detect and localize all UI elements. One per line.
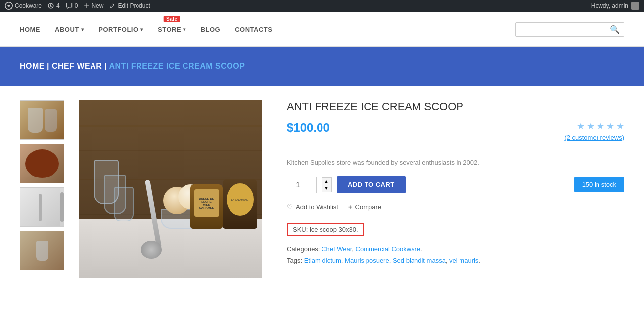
nav-store[interactable]: Sale STORE ▾ [158,26,186,33]
reviews-link[interactable]: (2 customer reviews) [564,134,624,141]
compare-button[interactable]: + Compare [348,203,381,211]
star-3: ★ [597,121,604,132]
breadcrumb-home[interactable]: HOME [20,62,45,70]
breadcrumb-product: ANTI FREEZE ICE CREAM SCOOP [109,62,245,70]
admin-bar-comments[interactable]: 0 [66,2,78,9]
product-thumbnails [20,100,64,278]
tag-mauris-posuere[interactable]: Mauris posuere [345,257,389,264]
product-info: ANTI FREEZE ICE CREAM SCOOP ★ ★ ★ ★ ★ (2… [277,100,624,278]
nav-about[interactable]: ABOUT ▾ [55,26,84,33]
category-chef-wear[interactable]: Chef Wear [322,245,352,253]
nav-contacts[interactable]: CONTACTS [235,26,272,33]
tags-row: Tags: Etiam dictum, Mauris posuere, Sed … [287,257,624,264]
product-title: ANTI FREEZE ICE CREAM SCOOP [287,100,624,113]
quantity-down-button[interactable]: ▼ [322,185,331,192]
thumbnail-2[interactable] [20,144,64,183]
add-to-wishlist-button[interactable]: ♡ Add to Wishlist [287,203,338,211]
admin-bar: Cookware 4 0 New Edit Product Howdy, adm… [0,0,644,12]
main-nav: HOME ABOUT ▾ PORTFOLIO ▾ Sale STORE ▾ BL… [20,26,515,33]
site-header: HOME ABOUT ▾ PORTFOLIO ▾ Sale STORE ▾ BL… [0,12,644,47]
sku-row: SKU: ice scoop 30x30. [287,223,364,236]
store-chevron-icon: ▾ [183,27,186,32]
wishlist-row: ♡ Add to Wishlist + Compare [287,203,624,211]
breadcrumb-sep1: | [47,62,52,70]
admin-bar-howdy: Howdy, admin [591,2,639,10]
category-commercial-cookware[interactable]: Commercial Cookware [356,245,420,253]
thumbnail-3[interactable] [20,187,64,227]
thumbnail-1[interactable] [20,100,64,140]
admin-bar-new[interactable]: New [84,2,103,9]
nav-portfolio[interactable]: PORTFOLIO ▾ [98,26,143,33]
search-icon[interactable]: 🔍 [610,25,620,34]
heart-icon: ♡ [287,203,293,211]
add-to-cart-row: ▲ ▼ ADD TO CART 150 in stock [287,176,624,193]
search-box: 🔍 [515,22,624,37]
search-input[interactable] [520,26,610,33]
star-5: ★ [616,121,624,132]
product-description: Kitchen Supplies store was founded by se… [287,159,624,166]
product-area: DULCE DELECHEMILKCARAMEL LA SALAMANC ANT… [0,86,644,293]
product-price: $100.00 [287,121,624,134]
breadcrumb-chef-wear[interactable]: CHEF WEAR [52,62,102,70]
tag-sed-blandit[interactable]: Sed blandit massa [393,257,446,264]
breadcrumb: HOME | CHEF WEAR | ANTI FREEZE ICE CREAM… [20,62,624,71]
stock-badge: 150 in stock [574,177,624,192]
admin-bar-site[interactable]: Cookware [5,2,42,10]
categories-row: Categories: Chef Wear, Commercial Cookwa… [287,245,624,253]
sale-badge: Sale [164,16,180,22]
about-chevron-icon: ▾ [81,27,84,32]
tag-vel-mauris[interactable]: vel mauris [449,257,478,264]
main-product-image: DULCE DELECHEMILKCARAMEL LA SALAMANC [79,100,262,278]
portfolio-chevron-icon: ▾ [140,27,143,32]
star-2: ★ [587,121,595,132]
star-1: ★ [577,121,585,132]
admin-avatar [631,2,639,10]
breadcrumb-sep2: | [104,62,109,70]
plus-icon: + [348,203,352,211]
quantity-up-button[interactable]: ▲ [322,178,331,185]
add-to-cart-button[interactable]: ADD TO CART [337,176,406,193]
admin-bar-edit[interactable]: Edit Product [109,2,150,9]
star-rating: ★ ★ ★ ★ ★ [577,121,624,132]
nav-home[interactable]: HOME [20,26,40,33]
nav-blog[interactable]: BLOG [201,26,221,33]
quantity-spinners: ▲ ▼ [322,177,332,192]
quantity-input[interactable] [287,177,317,193]
tag-etiam-dictum[interactable]: Etiam dictum [304,257,341,264]
thumbnail-4[interactable] [20,231,64,270]
breadcrumb-bar: HOME | CHEF WEAR | ANTI FREEZE ICE CREAM… [0,47,644,86]
admin-bar-updates[interactable]: 4 [47,2,60,9]
star-4: ★ [606,121,614,132]
